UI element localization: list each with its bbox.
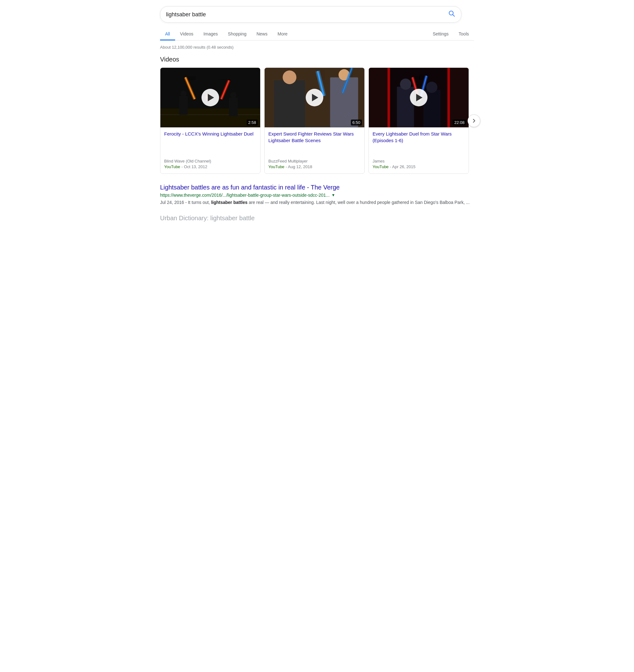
svg-rect-7 — [229, 98, 238, 116]
svg-point-20 — [283, 71, 297, 85]
carousel-next-button[interactable] — [468, 115, 480, 127]
video-date-3: - Apr 26, 2015 — [390, 164, 416, 169]
svg-rect-5 — [179, 96, 188, 115]
svg-rect-35 — [447, 68, 450, 127]
result-url-row-1: https://www.theverge.com/2016/.../lights… — [160, 193, 474, 198]
video-info-3: Every Lightsaber Duel from Star Wars (Ep… — [369, 127, 469, 173]
results-count: About 12,100,000 results (0.48 seconds) — [160, 45, 474, 50]
svg-point-6 — [181, 90, 187, 97]
video-card-1[interactable]: 2:58 Ferocity - LCCX's Winning Lightsabe… — [160, 68, 260, 174]
play-icon-3 — [416, 94, 422, 101]
result-title-2[interactable]: Urban Dictionary: lightsaber battle — [160, 215, 474, 222]
tab-videos[interactable]: Videos — [175, 28, 199, 41]
svg-rect-19 — [274, 80, 305, 127]
video-date-1: - Oct 13, 2012 — [182, 164, 207, 169]
tab-more[interactable]: More — [273, 28, 292, 41]
tab-all[interactable]: All — [160, 28, 175, 41]
video-duration-3: 22:08 — [452, 120, 466, 125]
video-card-2[interactable]: 6:50 Expert Sword Fighter Reviews Star W… — [264, 68, 365, 174]
video-source-2: YouTube - Aug 12, 2018 — [268, 164, 361, 169]
video-thumbnail-2: 6:50 — [264, 68, 365, 127]
video-source-1: YouTube - Oct 13, 2012 — [164, 164, 256, 169]
youtube-label-1: YouTube — [164, 164, 180, 169]
video-duration-2: 6:50 — [351, 120, 362, 125]
result-url-dropdown-1[interactable]: ▼ — [331, 193, 335, 197]
play-button-1[interactable] — [202, 89, 219, 106]
nav-tabs: All Videos Images Shopping News More Set… — [160, 28, 474, 41]
tab-images[interactable]: Images — [198, 28, 223, 41]
video-thumbnail-1: 2:58 — [160, 68, 260, 127]
video-duration-1: 2:58 — [247, 120, 258, 125]
video-channel-2: BuzzFeed Multiplayer — [268, 159, 361, 164]
search-input[interactable] — [166, 11, 445, 18]
video-source-3: YouTube - Apr 26, 2015 — [373, 164, 465, 169]
tab-news[interactable]: News — [252, 28, 273, 41]
play-icon-1 — [208, 94, 214, 101]
youtube-label-3: YouTube — [373, 164, 389, 169]
video-title-2[interactable]: Expert Sword Fighter Reviews Star Wars L… — [268, 130, 361, 155]
search-result-1: Lightsaber battles are as fun and fantas… — [160, 183, 474, 206]
result-title-1[interactable]: Lightsaber battles are as fun and fantas… — [160, 183, 474, 191]
youtube-label-2: YouTube — [268, 164, 284, 169]
video-card-3[interactable]: 22:08 Every Lightsaber Duel from Star Wa… — [369, 68, 469, 174]
tab-tools[interactable]: Tools — [453, 28, 474, 41]
videos-section-title: Videos — [160, 56, 474, 63]
svg-point-39 — [426, 81, 438, 93]
svg-point-8 — [230, 92, 237, 98]
result-url-1: https://www.theverge.com/2016/.../lights… — [160, 193, 330, 198]
video-title-1[interactable]: Ferocity - LCCX's Winning Lightsaber Due… — [164, 130, 256, 155]
video-info-2: Expert Sword Fighter Reviews Star Wars L… — [264, 127, 365, 173]
svg-line-1 — [453, 15, 455, 17]
video-info-1: Ferocity - LCCX's Winning Lightsaber Due… — [160, 127, 260, 173]
play-icon-2 — [312, 94, 318, 101]
video-channel-1: Blind Wave (Old Channel) — [164, 159, 256, 164]
search-result-2: Urban Dictionary: lightsaber battle — [160, 215, 474, 222]
play-button-3[interactable] — [410, 89, 427, 106]
tab-settings[interactable]: Settings — [428, 28, 454, 41]
video-thumbnail-3: 22:08 — [369, 68, 469, 127]
svg-rect-33 — [388, 68, 390, 127]
svg-point-37 — [400, 78, 411, 90]
search-bar — [160, 6, 461, 23]
play-button-2[interactable] — [306, 89, 323, 106]
svg-rect-3 — [160, 109, 260, 127]
video-title-3[interactable]: Every Lightsaber Duel from Star Wars (Ep… — [373, 130, 465, 155]
svg-rect-30 — [369, 68, 388, 127]
video-date-2: - Aug 12, 2018 — [286, 164, 312, 169]
search-icon[interactable] — [448, 10, 455, 19]
svg-rect-31 — [450, 68, 469, 127]
videos-carousel: 2:58 Ferocity - LCCX's Winning Lightsabe… — [160, 68, 474, 174]
result-snippet-1: Jul 24, 2016 - It turns out, lightsaber … — [160, 199, 474, 206]
video-channel-3: James — [373, 159, 465, 164]
tab-shopping[interactable]: Shopping — [223, 28, 252, 41]
